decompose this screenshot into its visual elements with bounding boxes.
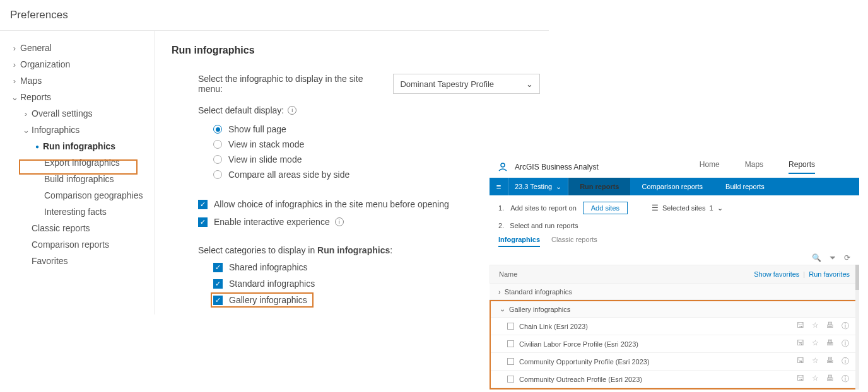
- app-nav: Home Maps Reports: [700, 160, 815, 174]
- menu-icon[interactable]: ≡: [490, 178, 508, 195]
- item-checkbox[interactable]: [507, 340, 514, 347]
- nav-overall-settings[interactable]: ›Overall settings: [9, 105, 150, 122]
- app-name: ArcGIS Business Analyst: [515, 163, 599, 171]
- app-header: ArcGIS Business Analyst Home Maps Report…: [490, 156, 859, 178]
- checkbox-icon: ✓: [213, 296, 223, 305]
- print-icon[interactable]: 🖶: [826, 374, 834, 384]
- nav-label: Overall settings: [32, 108, 92, 118]
- save-icon[interactable]: 🖫: [797, 356, 804, 367]
- list-item[interactable]: Community Opportunity Profile (Esri 2023…: [491, 353, 858, 371]
- info-icon[interactable]: ⓘ: [842, 374, 849, 384]
- nav-run-infographics[interactable]: ●Run infographics: [9, 138, 150, 154]
- chevron-down-icon: ⌄: [556, 183, 561, 191]
- nav-build-infographics[interactable]: Build infographics: [9, 171, 150, 187]
- info-icon[interactable]: ⓘ: [842, 338, 849, 349]
- nav-classic-reports[interactable]: Classic reports: [9, 220, 150, 236]
- step-label: Select and run reports: [510, 222, 578, 229]
- select-value: Dominant Tapestry Profile: [400, 79, 494, 89]
- preferences-nav: ›General ›Organization ›Maps ⌄Reports ›O…: [0, 31, 155, 314]
- checkbox-enable-interactive[interactable]: ✓ Enable interactive experience i: [198, 214, 540, 230]
- nav-label: General: [20, 43, 52, 53]
- nav-infographics[interactable]: ⌄Infographics: [9, 122, 150, 138]
- nav-general[interactable]: ›General: [9, 40, 150, 56]
- print-icon[interactable]: 🖶: [826, 338, 834, 349]
- radio-icon: [213, 170, 222, 179]
- star-icon[interactable]: ☆: [812, 374, 819, 384]
- nav-export-infographics[interactable]: Export infographics: [9, 154, 150, 171]
- step-number: 1.: [498, 204, 504, 212]
- settings-panel: Run infographics Select the infographic …: [155, 31, 540, 314]
- filter-icon[interactable]: ⏷: [829, 253, 836, 262]
- nav-label: Interesting facts: [44, 207, 107, 217]
- radio-label: View in stack mode: [228, 139, 304, 149]
- tab-reports[interactable]: Reports: [789, 160, 815, 174]
- save-icon[interactable]: 🖫: [797, 321, 804, 331]
- chevron-right-icon: ›: [9, 43, 20, 53]
- list-item[interactable]: Chain Link (Esri 2023) 🖫☆🖶ⓘ: [491, 318, 858, 335]
- checkbox-allow-choice[interactable]: ✓ Allow choice of infographics in the si…: [198, 196, 540, 212]
- subtab-classic-reports[interactable]: Classic reports: [551, 236, 597, 247]
- nav-label: Favorites: [32, 256, 68, 266]
- save-icon[interactable]: 🖫: [797, 374, 804, 384]
- subtab-infographics[interactable]: Infographics: [498, 236, 540, 247]
- item-checkbox[interactable]: [507, 323, 514, 330]
- show-favorites-link[interactable]: Show favorites: [754, 270, 799, 278]
- tab-maps[interactable]: Maps: [745, 160, 763, 174]
- tab-home[interactable]: Home: [700, 160, 720, 174]
- scrollbar[interactable]: [855, 265, 859, 389]
- highlight-box: ✓Gallery infographics: [211, 292, 314, 308]
- selected-sites-dropdown[interactable]: ☰ Selected sites 1 ⌄: [652, 204, 723, 212]
- group-label: Gallery infographics: [509, 306, 570, 313]
- save-icon[interactable]: 🖫: [797, 338, 804, 349]
- checkbox-icon: ✓: [213, 263, 223, 272]
- list-item[interactable]: Community Outreach Profile (Esri 2023) 🖫…: [491, 371, 858, 388]
- scrollbar-thumb[interactable]: [855, 265, 859, 290]
- project-dropdown[interactable]: 23.3 Testing ⌄: [508, 178, 568, 195]
- nav-comparison-geographies[interactable]: Comparison geographies: [9, 187, 150, 204]
- nav-comparison-reports[interactable]: Comparison reports: [9, 236, 150, 253]
- list-item[interactable]: Civilian Labor Force Profile (Esri 2023)…: [491, 335, 858, 353]
- reports-ribbon: ≡ 23.3 Testing ⌄ Run reports Comparison …: [490, 178, 859, 195]
- group-standard-infographics[interactable]: › Standard infographics: [490, 284, 859, 300]
- svg-point-0: [501, 163, 505, 167]
- step-label: Add sites to report on: [510, 204, 577, 212]
- star-icon[interactable]: ☆: [812, 338, 819, 349]
- ribbon-comparison-reports[interactable]: Comparison reports: [630, 178, 714, 195]
- info-icon[interactable]: i: [288, 106, 296, 115]
- info-icon[interactable]: i: [335, 217, 344, 226]
- nav-maps[interactable]: ›Maps: [9, 72, 150, 89]
- item-checkbox[interactable]: [507, 358, 514, 365]
- nav-label: Organization: [20, 59, 70, 69]
- item-label: Community Outreach Profile (Esri 2023): [519, 376, 642, 383]
- print-icon[interactable]: 🖶: [826, 321, 834, 331]
- nav-favorites[interactable]: Favorites: [9, 253, 150, 269]
- nav-reports[interactable]: ⌄Reports: [9, 89, 150, 105]
- nav-label: Comparison reports: [32, 239, 109, 250]
- ribbon-run-reports[interactable]: Run reports: [568, 178, 630, 195]
- ribbon-build-reports[interactable]: Build reports: [714, 178, 776, 195]
- star-icon[interactable]: ☆: [812, 356, 819, 367]
- refresh-icon[interactable]: ⟳: [844, 253, 850, 262]
- search-icon[interactable]: 🔍: [812, 253, 821, 262]
- row-actions: 🖫☆🖶ⓘ: [797, 356, 849, 367]
- nav-interesting-facts[interactable]: Interesting facts: [9, 204, 150, 220]
- run-favorites-link[interactable]: Run favorites: [809, 270, 850, 278]
- add-sites-button[interactable]: Add sites: [583, 202, 628, 214]
- report-subtabs: Infographics Classic reports: [490, 236, 859, 251]
- info-icon[interactable]: ⓘ: [842, 321, 849, 331]
- nav-organization[interactable]: ›Organization: [9, 56, 150, 72]
- item-checkbox[interactable]: [507, 376, 514, 383]
- radio-view-stack[interactable]: View in stack mode: [213, 137, 540, 152]
- infographic-select[interactable]: Dominant Tapestry Profile ⌄: [393, 74, 540, 94]
- default-display-label: Select default display: i: [198, 105, 540, 115]
- info-icon[interactable]: ⓘ: [842, 356, 849, 367]
- star-icon[interactable]: ☆: [812, 321, 819, 331]
- print-icon[interactable]: 🖶: [826, 356, 834, 367]
- chevron-down-icon: ⌄: [526, 79, 533, 89]
- group-gallery-infographics[interactable]: ⌄ Gallery infographics: [491, 301, 858, 318]
- radio-show-full-page[interactable]: Show full page: [213, 122, 540, 137]
- highlight-box: ⌄ Gallery infographics Chain Link (Esri …: [490, 300, 859, 389]
- item-label: Community Opportunity Profile (Esri 2023…: [519, 358, 650, 366]
- chevron-down-icon: ⌄: [9, 93, 20, 102]
- chevron-down-icon: ⌄: [20, 125, 32, 135]
